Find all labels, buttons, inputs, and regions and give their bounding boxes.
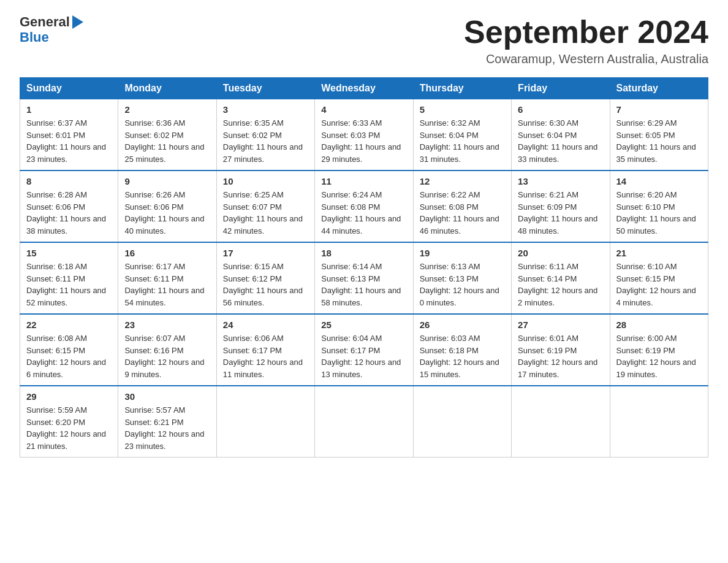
- day-number: 3: [223, 104, 308, 115]
- day-info: Sunrise: 6:11 AM Sunset: 6:14 PM Dayligh…: [518, 261, 603, 308]
- calendar-day-cell: 1 Sunrise: 6:37 AM Sunset: 6:01 PM Dayli…: [20, 99, 118, 171]
- day-info: Sunrise: 6:06 AM Sunset: 6:17 PM Dayligh…: [223, 332, 308, 380]
- day-info: Sunrise: 6:29 AM Sunset: 6:05 PM Dayligh…: [616, 117, 702, 165]
- day-number: 9: [124, 176, 210, 186]
- day-number: 29: [26, 391, 112, 402]
- day-info: Sunrise: 6:37 AM Sunset: 6:01 PM Dayligh…: [26, 117, 112, 165]
- svg-marker-0: [72, 15, 83, 29]
- day-info: Sunrise: 6:24 AM Sunset: 6:08 PM Dayligh…: [321, 189, 406, 237]
- day-info: Sunrise: 5:59 AM Sunset: 6:20 PM Dayligh…: [26, 404, 112, 452]
- day-info: Sunrise: 6:15 AM Sunset: 6:12 PM Dayligh…: [223, 261, 308, 308]
- weekday-header-row: Sunday Monday Tuesday Wednesday Thursday…: [20, 78, 708, 99]
- calendar-day-cell: [512, 386, 610, 458]
- day-info: Sunrise: 6:13 AM Sunset: 6:13 PM Dayligh…: [420, 261, 505, 308]
- day-number: 27: [518, 320, 603, 330]
- day-info: Sunrise: 6:28 AM Sunset: 6:06 PM Dayligh…: [26, 189, 112, 237]
- calendar-day-cell: [315, 386, 413, 458]
- day-info: Sunrise: 6:10 AM Sunset: 6:15 PM Dayligh…: [616, 261, 702, 308]
- day-number: 25: [321, 320, 406, 330]
- calendar-day-cell: 29 Sunrise: 5:59 AM Sunset: 6:20 PM Dayl…: [20, 386, 118, 458]
- day-number: 12: [420, 176, 505, 186]
- calendar-week-row: 22 Sunrise: 6:08 AM Sunset: 6:15 PM Dayl…: [20, 314, 708, 386]
- calendar-day-cell: 27 Sunrise: 6:01 AM Sunset: 6:19 PM Dayl…: [512, 314, 610, 386]
- logo-triangle-icon: [72, 15, 83, 29]
- calendar-day-cell: 16 Sunrise: 6:17 AM Sunset: 6:11 PM Dayl…: [118, 242, 216, 314]
- day-number: 20: [518, 248, 603, 258]
- day-number: 30: [124, 391, 210, 402]
- day-info: Sunrise: 6:07 AM Sunset: 6:16 PM Dayligh…: [124, 332, 210, 380]
- calendar-day-cell: 26 Sunrise: 6:03 AM Sunset: 6:18 PM Dayl…: [413, 314, 511, 386]
- calendar-day-cell: 23 Sunrise: 6:07 AM Sunset: 6:16 PM Dayl…: [118, 314, 216, 386]
- day-number: 28: [616, 320, 702, 330]
- calendar-day-cell: 17 Sunrise: 6:15 AM Sunset: 6:12 PM Dayl…: [216, 242, 314, 314]
- header-saturday: Saturday: [610, 78, 708, 99]
- calendar-day-cell: 30 Sunrise: 5:57 AM Sunset: 6:21 PM Dayl…: [118, 386, 216, 458]
- calendar-day-cell: 21 Sunrise: 6:10 AM Sunset: 6:15 PM Dayl…: [610, 242, 708, 314]
- header-sunday: Sunday: [20, 78, 118, 99]
- day-info: Sunrise: 6:33 AM Sunset: 6:03 PM Dayligh…: [321, 117, 406, 165]
- day-info: Sunrise: 6:35 AM Sunset: 6:02 PM Dayligh…: [223, 117, 308, 165]
- calendar-day-cell: 28 Sunrise: 6:00 AM Sunset: 6:19 PM Dayl…: [610, 314, 708, 386]
- day-number: 17: [223, 248, 308, 258]
- day-number: 15: [26, 248, 112, 258]
- day-info: Sunrise: 5:57 AM Sunset: 6:21 PM Dayligh…: [124, 404, 210, 452]
- calendar-title-area: September 2024 Cowaramup, Western Austra…: [464, 15, 708, 66]
- calendar-day-cell: 12 Sunrise: 6:22 AM Sunset: 6:08 PM Dayl…: [413, 170, 511, 242]
- day-number: 24: [223, 320, 308, 330]
- calendar-day-cell: [216, 386, 314, 458]
- calendar-week-row: 1 Sunrise: 6:37 AM Sunset: 6:01 PM Dayli…: [20, 99, 708, 171]
- day-number: 26: [420, 320, 505, 330]
- day-number: 16: [124, 248, 210, 258]
- calendar-day-cell: 7 Sunrise: 6:29 AM Sunset: 6:05 PM Dayli…: [610, 99, 708, 171]
- day-info: Sunrise: 6:14 AM Sunset: 6:13 PM Dayligh…: [321, 261, 406, 308]
- calendar-day-cell: 10 Sunrise: 6:25 AM Sunset: 6:07 PM Dayl…: [216, 170, 314, 242]
- day-info: Sunrise: 6:25 AM Sunset: 6:07 PM Dayligh…: [223, 189, 308, 237]
- calendar-table: Sunday Monday Tuesday Wednesday Thursday…: [20, 77, 708, 458]
- calendar-day-cell: 8 Sunrise: 6:28 AM Sunset: 6:06 PM Dayli…: [20, 170, 118, 242]
- calendar-day-cell: 4 Sunrise: 6:33 AM Sunset: 6:03 PM Dayli…: [315, 99, 413, 171]
- day-number: 21: [616, 248, 702, 258]
- calendar-day-cell: 14 Sunrise: 6:20 AM Sunset: 6:10 PM Dayl…: [610, 170, 708, 242]
- header-friday: Friday: [512, 78, 610, 99]
- day-number: 10: [223, 176, 308, 186]
- day-info: Sunrise: 6:08 AM Sunset: 6:15 PM Dayligh…: [26, 332, 112, 380]
- calendar-week-row: 8 Sunrise: 6:28 AM Sunset: 6:06 PM Dayli…: [20, 170, 708, 242]
- location-title: Cowaramup, Western Australia, Australia: [464, 52, 708, 66]
- day-number: 6: [518, 104, 603, 115]
- calendar-day-cell: 11 Sunrise: 6:24 AM Sunset: 6:08 PM Dayl…: [315, 170, 413, 242]
- day-number: 1: [26, 104, 112, 115]
- calendar-week-row: 29 Sunrise: 5:59 AM Sunset: 6:20 PM Dayl…: [20, 386, 708, 458]
- day-number: 5: [420, 104, 505, 115]
- day-info: Sunrise: 6:04 AM Sunset: 6:17 PM Dayligh…: [321, 332, 406, 380]
- day-info: Sunrise: 6:36 AM Sunset: 6:02 PM Dayligh…: [124, 117, 210, 165]
- day-number: 4: [321, 104, 406, 115]
- calendar-day-cell: [413, 386, 511, 458]
- header-thursday: Thursday: [413, 78, 511, 99]
- month-title: September 2024: [464, 15, 708, 50]
- day-info: Sunrise: 6:20 AM Sunset: 6:10 PM Dayligh…: [616, 189, 702, 237]
- calendar-day-cell: 20 Sunrise: 6:11 AM Sunset: 6:14 PM Dayl…: [512, 242, 610, 314]
- calendar-day-cell: 18 Sunrise: 6:14 AM Sunset: 6:13 PM Dayl…: [315, 242, 413, 314]
- header-wednesday: Wednesday: [315, 78, 413, 99]
- calendar-day-cell: 25 Sunrise: 6:04 AM Sunset: 6:17 PM Dayl…: [315, 314, 413, 386]
- day-number: 7: [616, 104, 702, 115]
- day-info: Sunrise: 6:18 AM Sunset: 6:11 PM Dayligh…: [26, 261, 112, 308]
- day-info: Sunrise: 6:21 AM Sunset: 6:09 PM Dayligh…: [518, 189, 603, 237]
- calendar-day-cell: 24 Sunrise: 6:06 AM Sunset: 6:17 PM Dayl…: [216, 314, 314, 386]
- calendar-day-cell: 15 Sunrise: 6:18 AM Sunset: 6:11 PM Dayl…: [20, 242, 118, 314]
- day-number: 14: [616, 176, 702, 186]
- day-number: 23: [124, 320, 210, 330]
- day-info: Sunrise: 6:01 AM Sunset: 6:19 PM Dayligh…: [518, 332, 603, 380]
- day-info: Sunrise: 6:03 AM Sunset: 6:18 PM Dayligh…: [420, 332, 505, 380]
- day-number: 2: [124, 104, 210, 115]
- header-tuesday: Tuesday: [216, 78, 314, 99]
- day-info: Sunrise: 6:17 AM Sunset: 6:11 PM Dayligh…: [124, 261, 210, 308]
- logo: General Blue: [20, 15, 83, 45]
- calendar-day-cell: 19 Sunrise: 6:13 AM Sunset: 6:13 PM Dayl…: [413, 242, 511, 314]
- day-number: 22: [26, 320, 112, 330]
- logo-general: General: [20, 15, 70, 29]
- calendar-day-cell: 2 Sunrise: 6:36 AM Sunset: 6:02 PM Dayli…: [118, 99, 216, 171]
- day-info: Sunrise: 6:32 AM Sunset: 6:04 PM Dayligh…: [420, 117, 505, 165]
- header-monday: Monday: [118, 78, 216, 99]
- day-info: Sunrise: 6:26 AM Sunset: 6:06 PM Dayligh…: [124, 189, 210, 237]
